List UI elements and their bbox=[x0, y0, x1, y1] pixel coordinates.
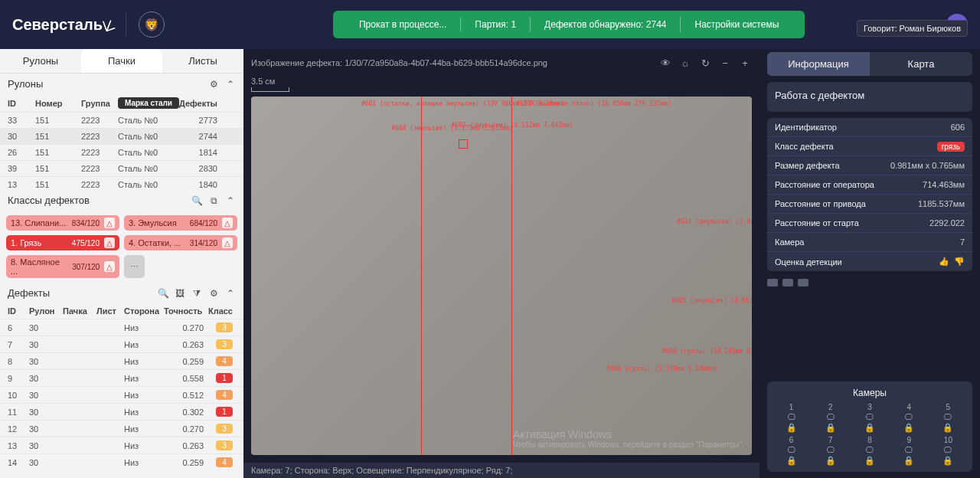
visibility-icon[interactable]: 👁 bbox=[658, 56, 672, 70]
status-defects[interactable]: Дефектов обнаружено: 2744 bbox=[531, 11, 680, 38]
camera-cell[interactable]: 6🖵🔒 bbox=[773, 436, 809, 466]
lock-icon: 🔒 bbox=[903, 423, 914, 433]
defect-row[interactable]: 1130Низ0.3021 bbox=[0, 403, 243, 420]
camera-cell[interactable]: 5🖵🔒 bbox=[930, 403, 966, 433]
image-viewer: Изображение дефекта: 1/30/7/2a950a8a-4b0… bbox=[243, 49, 760, 478]
tab-sheets[interactable]: Листы bbox=[162, 49, 243, 73]
dcol-pack[interactable]: Пачка bbox=[63, 306, 96, 316]
image-icon[interactable]: 🖼 bbox=[175, 288, 185, 299]
zoom-in-icon[interactable]: + bbox=[738, 56, 752, 70]
info-row: Оценка детекции👍👎 bbox=[767, 251, 972, 271]
brightness-icon[interactable]: ☼ bbox=[678, 56, 692, 70]
monitor-icon: 🖵 bbox=[827, 446, 835, 454]
chevron-up-icon[interactable]: ⌃ bbox=[225, 195, 236, 206]
dcol-id[interactable]: ID bbox=[8, 306, 29, 316]
dcol-class[interactable]: Класс bbox=[204, 306, 233, 316]
thumbnail[interactable] bbox=[782, 279, 793, 286]
class-chip[interactable]: 1. Грязь475/120△ bbox=[6, 235, 119, 250]
class-chip[interactable]: 13. Слипани...834/120△ bbox=[6, 215, 119, 231]
defects-title: Дефекты bbox=[8, 287, 50, 299]
info-row: Камера7 bbox=[767, 232, 972, 251]
tab-packs[interactable]: Пачки bbox=[81, 49, 162, 73]
camera-cell[interactable]: 8🖵🔒 bbox=[851, 436, 887, 466]
camera-cell[interactable]: 1🖵🔒 bbox=[773, 403, 809, 433]
coils-section-header: Рулоны ⚙ ⌃ bbox=[0, 74, 243, 94]
coil-row[interactable]: 261512223Сталь №01814 bbox=[0, 144, 243, 160]
defect-image[interactable]: #601 (остатки, излишки эмульсии) (13V 96… bbox=[251, 97, 752, 455]
filter-icon[interactable]: ⧩ bbox=[191, 288, 202, 299]
search-icon[interactable]: 🔍 bbox=[191, 195, 202, 206]
defect-row[interactable]: 730Низ0.2633 bbox=[0, 336, 243, 352]
dcol-roll[interactable]: Рулон bbox=[29, 306, 63, 316]
cameras-title: Камеры bbox=[773, 388, 966, 398]
defect-row[interactable]: 1430Низ0.2594 bbox=[0, 453, 243, 470]
status-batch[interactable]: Партия: 1 bbox=[461, 11, 530, 38]
dcol-sheet[interactable]: Лист bbox=[96, 306, 124, 316]
camera-cell[interactable]: 10🖵🔒 bbox=[930, 436, 966, 466]
coil-row[interactable]: 331512223Сталь №02773 bbox=[0, 112, 243, 128]
gear-icon[interactable]: ⚙ bbox=[208, 79, 219, 90]
thumbs-up-icon[interactable]: 👍 bbox=[939, 257, 949, 267]
thumbs-down-icon[interactable]: 👎 bbox=[954, 257, 965, 267]
gear-icon[interactable]: ⚙ bbox=[208, 288, 219, 299]
camera-cell[interactable]: 7🖵🔒 bbox=[812, 436, 848, 466]
class-chip[interactable]: 4. Остатки, ...314/120△ bbox=[124, 235, 237, 250]
tab-info[interactable]: Информация bbox=[767, 52, 870, 76]
entity-tabs: Рулоны Пачки Листы bbox=[0, 49, 243, 74]
lock-icon: 🔒 bbox=[942, 456, 953, 466]
defect-work-panel: Работа с дефектом bbox=[767, 82, 972, 112]
col-steel[interactable]: Марка стали bbox=[118, 97, 179, 109]
scale-label: 3.5 см bbox=[243, 77, 760, 87]
zoom-out-icon[interactable]: − bbox=[718, 56, 732, 70]
class-chip[interactable]: 8. Масляное ...307/120△ bbox=[6, 255, 119, 278]
defect-row[interactable]: 1030Низ0.5124 bbox=[0, 386, 243, 403]
class-chip[interactable]: 3. Эмульсия684/120△ bbox=[124, 215, 237, 231]
viewer-footer: Камера: 7; Сторона: Верх; Освещение: Пер… bbox=[243, 463, 760, 478]
brand-logo: Северсталь⟀ bbox=[12, 16, 113, 34]
defect-row[interactable]: 830Низ0.2594 bbox=[0, 352, 243, 369]
defects-table: ID Рулон Пачка Лист Сторона Точность Кла… bbox=[0, 303, 243, 478]
lock-icon: 🔒 bbox=[825, 456, 836, 466]
right-tabs: Информация Карта bbox=[767, 52, 972, 76]
more-classes-button[interactable]: ⋯ bbox=[124, 255, 145, 278]
info-row: Идентификатор606 bbox=[767, 118, 972, 136]
col-id[interactable]: ID bbox=[8, 99, 35, 108]
thumbnail[interactable] bbox=[767, 279, 778, 286]
chevron-up-icon[interactable]: ⌃ bbox=[225, 79, 236, 90]
coils-title: Рулоны bbox=[8, 78, 43, 90]
defect-row[interactable]: 1230Низ0.2703 bbox=[0, 420, 243, 437]
thumbnail[interactable] bbox=[798, 279, 808, 286]
refresh-icon[interactable]: ↻ bbox=[698, 56, 712, 70]
coil-row[interactable]: 391512223Сталь №02830 bbox=[0, 160, 243, 176]
defect-row[interactable]: 1330Низ0.2633 bbox=[0, 437, 243, 453]
monitor-icon: 🖵 bbox=[905, 446, 913, 454]
col-defects[interactable]: Дефекты bbox=[179, 99, 217, 108]
annotation: #603 (масляное пятно) (18.450mm 279.235m… bbox=[517, 100, 671, 107]
lion-logo-icon: 🦁 bbox=[139, 11, 165, 38]
right-panel: Информация Карта Работа с дефектом Идент… bbox=[760, 49, 980, 478]
defect-row[interactable]: 630Низ0.2703 bbox=[0, 319, 243, 336]
search-icon[interactable]: 🔍 bbox=[158, 288, 168, 299]
tab-rolls[interactable]: Рулоны bbox=[0, 49, 81, 73]
speaking-tooltip: Говорит: Роман Бирюков bbox=[857, 20, 968, 37]
col-group[interactable]: Группа bbox=[81, 99, 118, 108]
defect-row[interactable]: 930Низ0.5581 bbox=[0, 369, 243, 386]
lock-icon: 🔒 bbox=[786, 456, 797, 466]
camera-cell[interactable]: 2🖵🔒 bbox=[812, 403, 848, 433]
dcol-side[interactable]: Сторона bbox=[124, 306, 164, 316]
status-process[interactable]: Прокат в процессе... bbox=[345, 11, 460, 38]
coil-row[interactable]: 301512223Сталь №02744 bbox=[0, 128, 243, 144]
coil-row[interactable]: 131512223Сталь №01840 bbox=[0, 176, 243, 190]
col-num[interactable]: Номер bbox=[35, 99, 81, 108]
camera-cell[interactable]: 9🖵🔒 bbox=[891, 436, 927, 466]
camera-cell[interactable]: 3🖵🔒 bbox=[851, 403, 887, 433]
dcol-acc[interactable]: Точность bbox=[164, 306, 204, 316]
tab-map[interactable]: Карта bbox=[870, 52, 972, 76]
monitor-icon: 🖵 bbox=[827, 413, 835, 421]
copy-icon[interactable]: ⧉ bbox=[208, 195, 219, 206]
settings-button[interactable]: Настройки системы bbox=[681, 11, 792, 38]
status-bar: Прокат в процессе... Партия: 1 Дефектов … bbox=[333, 11, 805, 38]
chevron-up-icon[interactable]: ⌃ bbox=[225, 288, 236, 299]
camera-cell[interactable]: 4🖵🔒 bbox=[891, 403, 927, 433]
annotation: #605 (эмульсия) (4.883mm 2.164mm) bbox=[671, 297, 752, 304]
